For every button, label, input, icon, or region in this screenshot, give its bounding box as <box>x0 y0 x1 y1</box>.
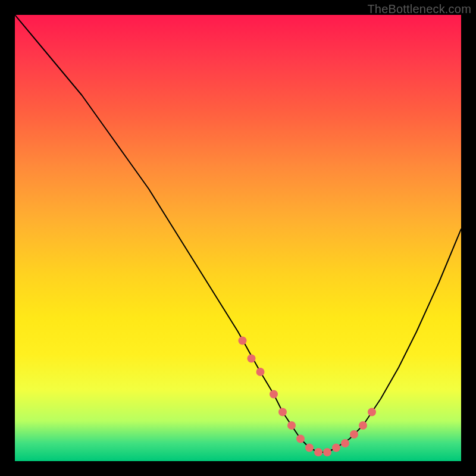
highlight-point <box>270 390 278 399</box>
highlight-point <box>359 421 367 430</box>
highlight-point <box>305 444 314 452</box>
highlight-points-group <box>239 337 377 457</box>
watermark-text: TheBottleneck.com <box>367 2 471 16</box>
bottleneck-curve-path <box>15 15 461 452</box>
chart-stage: TheBottleneck.com <box>0 0 476 476</box>
highlight-point <box>314 448 322 456</box>
highlight-point <box>332 444 340 452</box>
highlight-point <box>350 430 358 439</box>
highlight-point <box>341 439 349 447</box>
highlight-point <box>296 435 305 443</box>
highlight-point <box>256 368 265 376</box>
highlight-point <box>239 337 247 345</box>
highlight-point <box>287 421 296 430</box>
highlight-point <box>368 408 376 416</box>
highlight-point <box>248 355 256 363</box>
highlight-point <box>278 408 287 416</box>
highlight-point <box>323 448 331 456</box>
curve-svg <box>15 15 461 461</box>
plot-area <box>15 15 461 461</box>
